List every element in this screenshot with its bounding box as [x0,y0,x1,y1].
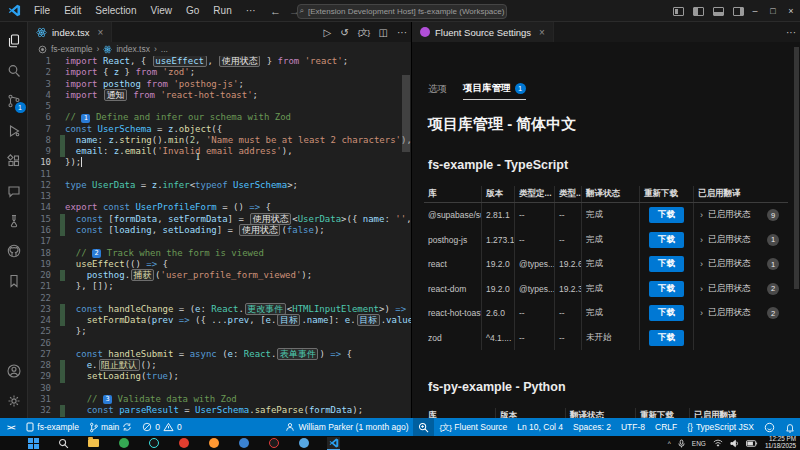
start-button-icon[interactable] [27,437,40,450]
toggle-sidebar-icon[interactable] [693,7,704,16]
taskbar-search-icon[interactable] [57,437,70,450]
extensions-icon[interactable] [0,146,28,176]
taskbar-app-icon-6[interactable] [267,437,280,450]
close-tab-icon[interactable]: × [98,27,104,38]
download-button[interactable]: 下载 [649,330,684,346]
run-file-icon[interactable]: ▷ [324,27,332,38]
download-button[interactable]: 下载 [649,232,684,248]
code-area[interactable]: 1import React, { useEffect, 使用状态 } from … [28,56,411,418]
enabled-translations-expander[interactable]: ›已启用状态1 [694,228,788,253]
maximize-button[interactable]: □ [764,0,782,22]
line-number: 6 [28,112,60,123]
menu-go[interactable]: Go [179,5,206,16]
split-editor-icon[interactable]: ◫ [379,27,388,38]
taskbar-app-icon-3[interactable] [177,437,190,450]
bookmarks-icon[interactable] [0,266,28,296]
feedback-item[interactable] [759,418,780,436]
microphone-icon[interactable] [678,439,685,448]
enabled-translations-expander[interactable]: ›已启用状态1 [694,252,788,277]
cell: 2.6.0 [482,301,515,326]
menu-selection[interactable]: Selection [88,5,143,16]
search-icon[interactable] [0,56,28,86]
cell: @supabase/su... [424,203,482,228]
menu-file[interactable]: File [27,5,57,16]
cell: 19.2.6 [555,252,582,277]
enabled-translations-expander[interactable]: ›已启用状态2 [694,277,788,302]
tab-options[interactable]: 选项 [428,82,447,100]
code-line: 2import { z } from 'zod'; [28,67,411,78]
menu-view[interactable]: View [144,5,180,16]
workspace-item[interactable]: fs-example [21,418,84,436]
fluent-source-icon[interactable]: {文} [358,27,370,38]
indentation-item[interactable]: Spaces: 2 [568,418,616,436]
taskbar-vscode-icon[interactable] [327,437,340,450]
more-actions-icon[interactable]: ··· [786,27,796,38]
line-number: 26 [28,338,60,349]
download-button[interactable]: 下载 [649,256,684,272]
customize-layout-icon[interactable] [673,7,684,16]
eol-item[interactable]: CRLF [650,418,682,436]
taskbar-app-icon-2[interactable] [147,437,160,450]
file-explorer-icon[interactable] [87,437,100,450]
run-debug-icon[interactable] [0,116,28,146]
menu-more-icon[interactable]: ··· [239,5,263,16]
branch-item[interactable]: main [84,418,137,436]
chat-icon[interactable] [0,176,28,206]
download-button[interactable]: 下载 [649,281,684,297]
command-center[interactable]: ⌕ [Extension Development Host] fs-exampl… [297,4,507,19]
taskbar-app-icon-7[interactable] [297,437,310,450]
close-window-button[interactable]: × [782,0,800,22]
source-control-icon[interactable]: 1 [0,86,28,116]
cursor-position-item[interactable]: Ln 10, Col 4 [512,418,568,436]
line-number: 25 [28,326,60,337]
language-mode-item[interactable]: {} TypeScript JSX [682,418,759,436]
taskbar-app-icon-5[interactable] [237,437,250,450]
breadcrumb-file[interactable]: index.tsx [116,44,150,54]
tray-chevron-icon[interactable]: ^ [668,440,671,447]
panel-scrollbar[interactable] [794,47,799,289]
minimize-button[interactable]: – [746,0,764,22]
chevron-right-icon: › [154,44,157,54]
wifi-icon[interactable] [713,439,723,447]
tab-library-management[interactable]: 项目库管理 1 [463,82,526,100]
testing-icon[interactable] [0,206,28,236]
enabled-translations-expander[interactable]: ›已启用状态2 [694,301,788,326]
breadcrumb[interactable]: fs-example › index.tsx › ... [28,42,411,56]
download-button[interactable]: 下载 [649,207,684,223]
breadcrumb-root[interactable]: fs-example [51,44,93,54]
explorer-icon[interactable] [0,26,28,56]
toggle-panel-icon[interactable] [713,7,724,16]
input-language-indicator[interactable]: ENG [692,440,706,447]
editor-scrollbar[interactable] [402,75,410,152]
download-button[interactable]: 下载 [649,305,684,321]
lib-section: fs-py-example - Python 库版本翻译状态重新下载已启用翻译 … [412,380,800,418]
settings-gear-icon[interactable] [0,386,28,416]
tab-index-tsx[interactable]: index.tsx × [28,22,112,42]
breadcrumb-more[interactable]: ... [161,44,168,54]
git-blame-item[interactable]: William Parker (1 month ago) [280,418,413,436]
tab-fluent-source-settings[interactable]: Fluent Source Settings × [412,22,554,42]
taskbar-app-icon-1[interactable] [117,437,130,450]
toggle-secondary-sidebar-icon[interactable] [733,7,744,16]
encoding-item[interactable]: UTF-8 [616,418,650,436]
enabled-translations-expander[interactable]: ›已启用状态9 [694,203,788,228]
history-icon[interactable]: ↺ [340,27,348,38]
battery-icon[interactable] [746,440,758,447]
line-number: 11 [28,169,60,180]
clock[interactable]: 12:25 PM11/18/2025 [765,436,796,450]
zoom-status-item[interactable] [413,418,434,436]
menu-run[interactable]: Run [206,5,238,16]
back-icon[interactable]: ← [270,5,281,17]
taskbar-app-icon-4[interactable] [207,437,220,450]
account-icon[interactable] [0,356,28,386]
table-row: @supabase/su...2.81.1----完成下载›已启用状态9 [424,203,788,228]
fluent-source-status-item[interactable]: {文} Fluent Source [434,418,512,436]
close-tab-icon[interactable]: × [539,27,545,38]
notifications-item[interactable] [780,418,800,436]
menu-edit[interactable]: Edit [57,5,88,16]
problems-item[interactable]: 0 0 [137,418,186,436]
github-icon[interactable] [0,236,28,266]
remote-indicator[interactable]: >< [0,418,21,436]
speaker-icon[interactable] [730,439,739,448]
more-actions-icon[interactable]: ··· [397,27,407,38]
